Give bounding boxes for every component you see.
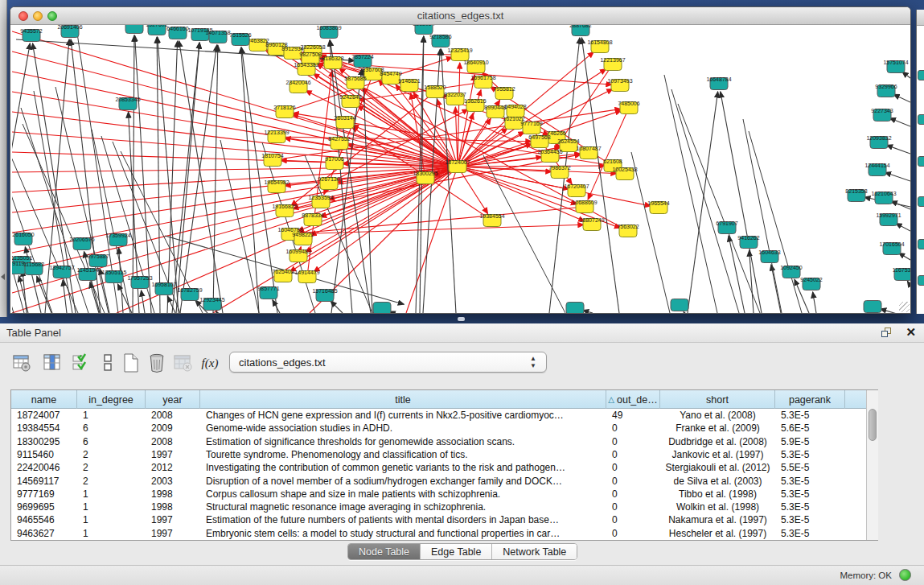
teal-node[interactable]: 17359924	[105, 233, 130, 246]
column-header-name[interactable]: name	[11, 390, 77, 409]
cell-out_de[interactable]: 0	[606, 422, 660, 435]
yellow-node[interactable]: 917006	[325, 156, 343, 170]
cell-in_degree[interactable]: 1	[77, 513, 146, 526]
column-header-out_de[interactable]: △out_de…	[606, 390, 660, 409]
yellow-node[interactable]: 19166825	[272, 204, 297, 217]
cell-year[interactable]: 1998	[146, 501, 200, 513]
close-panel-icon[interactable]: ✕	[906, 325, 916, 340]
cell-name[interactable]: 9115460	[11, 448, 77, 461]
teal-node[interactable]: 16958107	[151, 282, 176, 295]
cell-name[interactable]: 9463627	[11, 527, 77, 540]
teal-node[interactable]: 1604633	[758, 249, 780, 263]
yellow-node[interactable]: 1810754	[261, 153, 283, 167]
float-window-icon[interactable]	[881, 327, 893, 340]
panel-splitter[interactable]	[0, 314, 924, 323]
cell-out_de[interactable]: 0	[606, 448, 660, 461]
column-header-title[interactable]: title	[200, 390, 606, 409]
cell-short[interactable]: de Silva et al. (2003)	[660, 475, 775, 488]
cell-short[interactable]: Jankovic et al. (1997)	[660, 448, 775, 461]
cell-year[interactable]: 2009	[146, 422, 200, 435]
cell-short[interactable]: Yano et al. (2008)	[660, 409, 775, 422]
cell-title[interactable]: Embryonic stem cells: a model to study s…	[200, 527, 606, 540]
yellow-node[interactable]: 10025438	[612, 167, 637, 180]
teal-node[interactable]: 20691406	[57, 25, 82, 38]
cell-short[interactable]: Wolkin et al. (1998)	[660, 501, 775, 513]
cell-name[interactable]: 19384554	[11, 422, 77, 435]
cell-in_degree[interactable]: 2	[77, 475, 146, 488]
cell-name[interactable]: 14569117	[11, 475, 77, 488]
teal-node[interactable]: 1145194	[77, 267, 99, 281]
yellow-node[interactable]: 9146821	[398, 78, 420, 92]
cell-pagerank[interactable]: 5.3E-5	[775, 448, 845, 461]
scrollbar-thumb[interactable]	[869, 409, 877, 441]
cell-out_de[interactable]: 0	[606, 513, 660, 526]
teal-node[interactable]: 7515526	[229, 32, 251, 46]
yellow-node[interactable]: 6497568	[528, 134, 550, 148]
teal-node[interactable]: 16083809	[316, 25, 341, 39]
column-header-in_degree[interactable]: in_degree	[77, 390, 146, 409]
yellow-node[interactable]: 9267130	[318, 176, 339, 190]
cell-name[interactable]: 9465546	[11, 513, 77, 526]
cell-year[interactable]: 1997	[146, 513, 200, 526]
cell-out_de[interactable]: 0	[606, 488, 660, 501]
teal-node[interactable]: 14671358	[205, 30, 230, 43]
yellow-node[interactable]: 5875685	[344, 76, 366, 89]
column-header-pagerank[interactable]: pagerank	[775, 390, 845, 409]
teal-node[interactable]: 9227343	[871, 108, 893, 122]
teal-node[interactable]: 9975887	[87, 253, 109, 267]
yellow-node[interactable]: 9242848	[339, 94, 361, 108]
table-row[interactable]: 977716911998Corpus callosum shape and si…	[11, 488, 866, 501]
yellow-node[interactable]: 23420046	[285, 80, 310, 93]
table-row[interactable]: 946554611997Estimation of the future num…	[11, 513, 866, 526]
yellow-node[interactable]: 19384554	[479, 213, 504, 227]
network-canvas[interactable]: 1872400718300295746382289601288912934232…	[12, 25, 910, 313]
yellow-node[interactable]: 20364436	[537, 149, 562, 163]
table-row[interactable]: 2242004622012Investigating the contribut…	[11, 461, 866, 474]
teal-node[interactable]: 1167533	[893, 267, 910, 281]
yellow-node[interactable]: 8427552	[328, 136, 350, 150]
cell-out_de[interactable]: 0	[606, 435, 660, 448]
cell-year[interactable]: 1997	[146, 448, 200, 461]
cell-pagerank[interactable]: 5.3E-5	[775, 475, 845, 488]
table-row[interactable]: 911546021997Tourette syndrome. Phenomeno…	[11, 448, 866, 461]
yellow-node[interactable]: 7485006	[618, 101, 639, 114]
cell-out_de[interactable]: 0	[606, 527, 660, 540]
cell-name[interactable]: 22420046	[11, 461, 77, 474]
yellow-node[interactable]: 2803144	[334, 115, 355, 129]
cell-pagerank[interactable]: 5.9E-5	[775, 435, 845, 448]
cell-in_degree[interactable]: 1	[77, 488, 146, 501]
cell-pagerank[interactable]: 5.3E-5	[775, 501, 845, 513]
teal-node[interactable]: 9435572	[20, 28, 42, 42]
delete-entries-icon[interactable]	[146, 352, 167, 373]
cell-title[interactable]: Estimation of significance thresholds fo…	[200, 435, 606, 448]
yellow-node[interactable]: 16154808	[587, 39, 612, 53]
splitter-handle[interactable]	[458, 317, 465, 321]
cell-out_de[interactable]: 0	[606, 475, 660, 488]
window-titlebar[interactable]: citations_edges.txt	[10, 7, 910, 25]
cell-short[interactable]: Franke et al. (2009)	[660, 422, 775, 435]
teal-node[interactable]: 1527602	[146, 25, 167, 35]
yellow-node[interactable]: 19654982	[264, 179, 289, 193]
teal-node[interactable]: 15716485	[312, 288, 337, 302]
teal-node[interactable]	[864, 301, 881, 313]
yellow-node[interactable]: 9498222	[292, 232, 314, 245]
cell-pagerank[interactable]: 5.5E-5	[775, 461, 845, 474]
cell-pagerank[interactable]: 5.3E-5	[775, 513, 845, 526]
yellow-node[interactable]: 12213399	[264, 130, 289, 143]
teal-node[interactable]: 15751074	[883, 60, 908, 73]
teal-node[interactable]: 16648784	[706, 76, 731, 90]
teal-node[interactable]: 17957253	[127, 275, 152, 289]
yellow-node[interactable]: 1362615	[464, 98, 486, 112]
yellow-node[interactable]: 16099489	[285, 249, 310, 262]
yellow-node[interactable]: 10688609	[572, 200, 597, 213]
column-header-short[interactable]: short	[660, 390, 775, 409]
cell-title[interactable]: Changes of HCN gene expression and I(f) …	[200, 409, 606, 422]
cell-short[interactable]: Tibbo et al. (1998)	[660, 488, 775, 501]
cell-year[interactable]: 2003	[146, 475, 200, 488]
yellow-node[interactable]: 1965544	[647, 200, 669, 214]
yellow-node[interactable]: 16543382	[294, 62, 318, 76]
yellow-node[interactable]: 7563022	[617, 224, 639, 237]
teal-node[interactable]: 6791907	[716, 220, 737, 234]
yellow-node[interactable]: 18640910	[463, 60, 488, 73]
cell-in_degree[interactable]: 1	[77, 527, 146, 540]
